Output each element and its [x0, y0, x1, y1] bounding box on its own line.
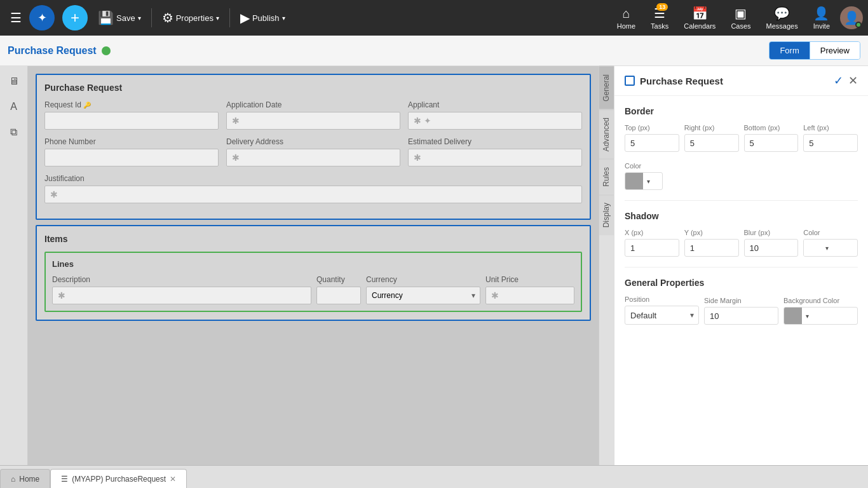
lines-title: Lines: [52, 259, 574, 269]
app-bottom-tab[interactable]: ☰ (MYAPP) PurchaseRequest ✕: [50, 469, 187, 488]
properties-label: Properties: [176, 13, 214, 23]
user-avatar[interactable]: 👤: [840, 6, 863, 29]
shadow-x-input[interactable]: [625, 239, 679, 257]
estimated-delivery-input[interactable]: ✱: [408, 149, 582, 166]
justification-input[interactable]: ✱: [44, 186, 582, 203]
app-logo[interactable]: ✦: [29, 5, 55, 30]
general-props-title: General Properties: [625, 278, 858, 288]
side-tab-display[interactable]: Display: [599, 194, 614, 235]
side-tab-rules[interactable]: Rules: [599, 159, 614, 194]
applicant-input[interactable]: ✱ ✦: [408, 112, 582, 130]
border-right-input[interactable]: [684, 134, 739, 152]
border-color-swatch: [625, 172, 643, 190]
sidebar-component-icon[interactable]: ⧉: [4, 122, 24, 142]
cases-nav-btn[interactable]: ▣ Cases: [726, 3, 756, 32]
border-grid: Top (px) Right (px) Bottom (px) Left (px…: [625, 124, 858, 152]
border-top-label: Top (px): [625, 124, 679, 132]
publish-caret-icon: ▾: [282, 15, 285, 22]
delivery-address-field: Delivery Address ✱: [226, 137, 400, 166]
page-title: Purchase Request: [8, 45, 111, 57]
position-field: Position Default: [625, 295, 699, 325]
view-toggle: Form Preview: [769, 41, 860, 60]
side-tab-general[interactable]: General: [599, 66, 614, 109]
border-color-picker[interactable]: ▾: [625, 172, 663, 190]
request-id-field: Request Id 🔑: [44, 100, 219, 130]
quantity-label: Quantity: [316, 275, 361, 284]
properties-group[interactable]: ⚙ Properties ▾: [157, 8, 224, 28]
panel-confirm-icon[interactable]: ✓: [834, 74, 843, 88]
currency-field: Currency Currency: [366, 275, 480, 304]
save-group[interactable]: 💾 Save ▾: [93, 8, 146, 28]
right-panel-header: Purchase Request ✓ ✕: [614, 66, 868, 96]
bg-color-picker[interactable]: ▾: [783, 307, 858, 325]
divider-2: [625, 267, 858, 268]
sidebar-monitor-icon[interactable]: 🖥: [4, 71, 24, 92]
phone-number-input[interactable]: [44, 149, 219, 166]
tasks-badge: 13: [656, 3, 668, 11]
cases-label: Cases: [731, 22, 750, 30]
panel-checkbox[interactable]: [625, 76, 635, 86]
home-bottom-icon: ⌂: [11, 475, 15, 484]
bottom-tabs: ⌂ Home ☰ (MYAPP) PurchaseRequest ✕: [0, 465, 868, 488]
page-title-text: Purchase Request: [8, 45, 97, 57]
shadow-blur-input[interactable]: [744, 239, 799, 257]
side-tabs: General Advanced Rules Display: [599, 66, 614, 465]
form-row-1: Request Id 🔑 Application Date ✱ Applican…: [44, 100, 582, 130]
canvas-area: Purchase Request Request Id 🔑 Applicatio…: [28, 66, 599, 465]
application-date-field: Application Date ✱: [226, 100, 400, 130]
app-tab-icon: ☰: [61, 475, 68, 484]
app-tab-close-icon[interactable]: ✕: [170, 475, 176, 484]
publish-group[interactable]: ▶ Publish ▾: [235, 8, 290, 28]
side-tab-advanced[interactable]: Advanced: [599, 109, 614, 159]
side-margin-field: Side Margin: [704, 297, 778, 325]
description-field: Description ✱: [52, 275, 311, 304]
calendars-nav-btn[interactable]: 📅 Calendars: [679, 3, 721, 32]
delivery-address-input[interactable]: ✱: [226, 149, 400, 166]
application-date-input[interactable]: ✱: [226, 112, 400, 130]
shadow-color-picker[interactable]: ▾: [803, 239, 858, 257]
tasks-label: Tasks: [651, 22, 668, 30]
unit-price-input[interactable]: ✱: [485, 287, 574, 304]
description-input[interactable]: ✱: [52, 287, 311, 304]
position-select[interactable]: Default: [625, 306, 699, 325]
invite-nav-btn[interactable]: 👤 Invite: [808, 3, 835, 32]
panel-close-icon[interactable]: ✕: [848, 74, 858, 88]
messages-icon: 💬: [774, 6, 790, 21]
border-left-input[interactable]: [803, 134, 858, 152]
shadow-color-field: Color ▾: [803, 229, 858, 257]
logo-icon: ✦: [37, 11, 47, 25]
shadow-grid: X (px) Y (px) Blur (px) Color ▾: [625, 229, 858, 257]
home-nav-btn[interactable]: ⌂ Home: [612, 4, 641, 32]
properties-icon: ⚙: [162, 10, 173, 25]
bg-color-label: Background Color: [783, 297, 858, 304]
nav-separator-2: [229, 8, 230, 27]
position-select-wrap: Default: [625, 306, 699, 325]
side-margin-input[interactable]: [704, 307, 778, 325]
border-bottom-input[interactable]: [744, 134, 799, 152]
shadow-color-caret-icon: ▾: [822, 245, 832, 252]
tasks-nav-btn[interactable]: ☰ 13 Tasks: [646, 3, 674, 32]
delivery-address-label: Delivery Address: [226, 137, 400, 146]
quantity-input[interactable]: [316, 287, 361, 304]
save-icon: 💾: [98, 10, 114, 25]
justification-field: Justification ✱: [44, 174, 582, 203]
form-view-btn[interactable]: Form: [770, 42, 810, 59]
bg-color-swatch: [784, 307, 802, 325]
right-panel-title: Purchase Request: [640, 76, 829, 86]
border-top-input[interactable]: [625, 134, 679, 152]
currency-select[interactable]: Currency: [366, 287, 480, 304]
save-label: Save: [116, 13, 135, 23]
preview-view-btn[interactable]: Preview: [810, 42, 860, 59]
shadow-y-input[interactable]: [684, 239, 739, 257]
page-toolbar: Purchase Request Form Preview: [0, 36, 868, 66]
messages-nav-btn[interactable]: 💬 Messages: [761, 3, 803, 32]
request-id-input[interactable]: [44, 112, 219, 130]
request-id-label: Request Id 🔑: [44, 100, 219, 109]
hamburger-icon[interactable]: ☰: [5, 5, 27, 30]
properties-caret-icon: ▾: [216, 15, 219, 22]
sidebar-text-icon[interactable]: A: [4, 97, 24, 117]
home-bottom-tab[interactable]: ⌂ Home: [0, 469, 50, 488]
nav-separator: [151, 8, 152, 27]
lines-row: Description ✱ Quantity Currency Currency: [52, 275, 574, 304]
add-button[interactable]: +: [62, 5, 88, 30]
